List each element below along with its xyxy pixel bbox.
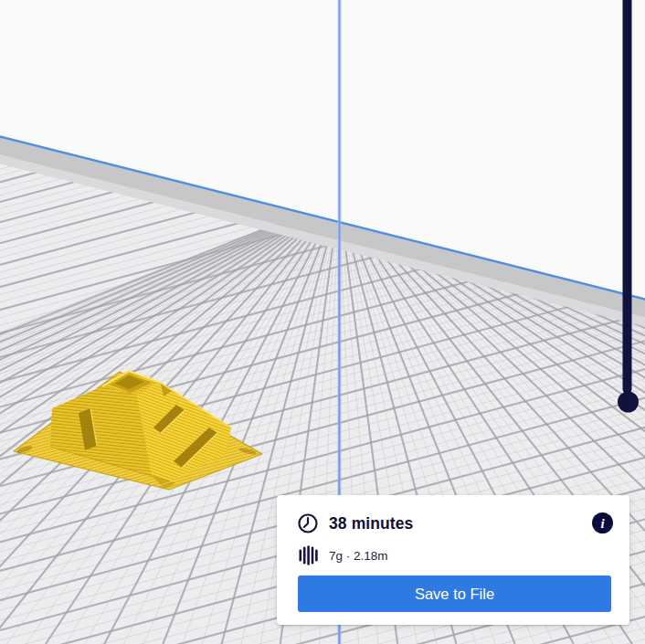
clock-icon (297, 512, 319, 534)
save-to-file-button[interactable]: Save to File (298, 575, 611, 612)
print-summary-panel: 38 minutes i 7g · 2.18m Save to File (277, 495, 629, 625)
time-estimate-row: 38 minutes i (297, 511, 613, 536)
material-estimate-label: 7g · 2.18m (329, 549, 388, 563)
layer-slider-handle[interactable] (618, 392, 639, 413)
info-icon[interactable]: i (592, 512, 613, 533)
layer-slider-track[interactable] (623, 0, 632, 394)
time-estimate-label: 38 minutes (329, 514, 413, 533)
material-spool-icon (299, 544, 318, 566)
material-estimate-row: 7g · 2.18m (299, 544, 388, 566)
